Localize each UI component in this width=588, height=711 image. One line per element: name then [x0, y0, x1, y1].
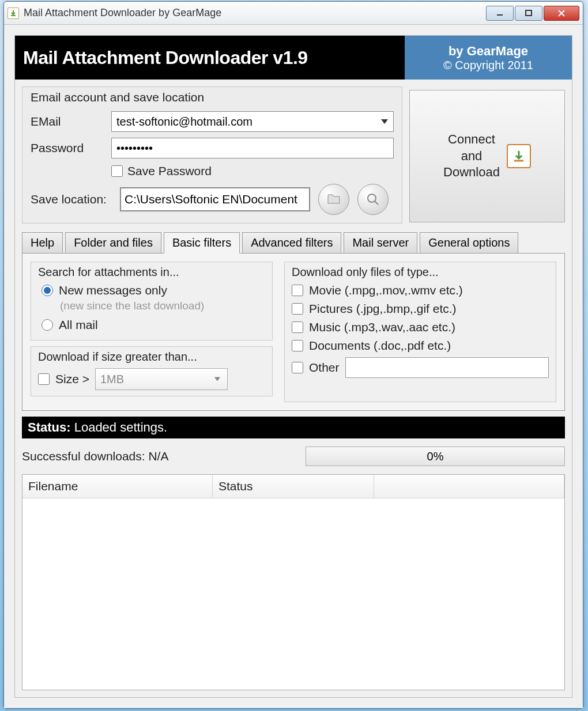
- status-label: Status:: [28, 420, 71, 434]
- radio-new-row: New messages only: [42, 283, 265, 297]
- col-status[interactable]: Status: [213, 475, 374, 498]
- email-input[interactable]: [111, 111, 394, 132]
- search-button[interactable]: [357, 184, 389, 215]
- app-icon: [7, 7, 19, 19]
- type-other-label: Other: [309, 361, 340, 375]
- tab-basic-filters[interactable]: Basic filters: [164, 232, 240, 254]
- window-title: Mail Attachment Downloader by GearMage: [24, 7, 486, 19]
- progress-bar: 0%: [306, 447, 565, 466]
- size-select[interactable]: 1MB: [95, 368, 228, 390]
- close-button[interactable]: [544, 6, 579, 21]
- type-movie-checkbox[interactable]: [292, 285, 303, 296]
- maximize-button[interactable]: [515, 6, 542, 21]
- account-row: Email account and save location EMail Pa…: [15, 80, 572, 224]
- connect-download-button[interactable]: Connect and Download: [409, 90, 565, 222]
- type-docs-row: Documents (.doc,.pdf etc.): [292, 339, 549, 353]
- password-label: Password: [31, 141, 111, 155]
- vendor-name: by GearMage: [448, 44, 528, 59]
- type-movie-label: Movie (.mpg,.mov,.wmv etc.): [309, 283, 463, 297]
- save-password-row: Save Password: [111, 164, 394, 178]
- type-other-row: Other: [292, 357, 549, 378]
- type-pictures-label: Pictures (.jpg,.bmp,.gif etc.): [309, 302, 457, 316]
- downloads-row: Successful downloads: N/A 0%: [22, 447, 565, 466]
- type-docs-label: Documents (.doc,.pdf etc.): [309, 339, 451, 353]
- type-docs-checkbox[interactable]: [292, 340, 303, 351]
- radio-new-messages[interactable]: [42, 285, 53, 296]
- size-filter-group: Download if size greater than... Size > …: [31, 346, 273, 396]
- download-icon: [507, 144, 531, 168]
- email-row: EMail: [31, 111, 394, 132]
- status-text: Loaded settings.: [71, 420, 168, 434]
- app-window: Mail Attachment Downloader by GearMage M…: [3, 1, 583, 709]
- svg-line-5: [375, 201, 378, 205]
- chevron-down-icon: [214, 377, 220, 381]
- table-header: Filename Status: [22, 475, 564, 498]
- col-empty[interactable]: [374, 475, 564, 498]
- header-banner: Mail Attachment Downloader v1.9 by GearM…: [15, 36, 572, 80]
- size-label: Size >: [55, 372, 89, 386]
- type-other-input[interactable]: [345, 357, 549, 378]
- size-filter-title: Download if size greater than...: [38, 350, 265, 364]
- filters-left-column: Search for attachments in... New message…: [31, 262, 273, 402]
- tab-general-options[interactable]: General options: [420, 232, 518, 254]
- email-combo[interactable]: [111, 111, 394, 132]
- tab-advanced-filters[interactable]: Advanced filters: [242, 232, 341, 254]
- copyright: © Copyright 2011: [443, 59, 533, 72]
- window-buttons: [486, 6, 579, 21]
- account-group-title: Email account and save location: [31, 90, 394, 104]
- titlebar: Mail Attachment Downloader by GearMage: [4, 2, 583, 25]
- save-location-input[interactable]: [120, 187, 310, 211]
- tabs: Help Folder and files Basic filters Adva…: [22, 232, 565, 411]
- type-pictures-row: Pictures (.jpg,.bmp,.gif etc.): [292, 302, 549, 316]
- connect-label: Connect and Download: [443, 131, 500, 181]
- account-group: Email account and save location EMail Pa…: [22, 86, 402, 224]
- client-area: Mail Attachment Downloader v1.9 by GearM…: [4, 25, 583, 708]
- type-movie-row: Movie (.mpg,.mov,.wmv etc.): [292, 283, 549, 297]
- type-music-checkbox[interactable]: [292, 322, 303, 333]
- status-bar: Status: Loaded settings.: [22, 417, 565, 438]
- tab-folder-and-files[interactable]: Folder and files: [65, 232, 161, 254]
- search-scope-title: Search for attachments in...: [38, 266, 265, 279]
- radio-all-row: All mail: [42, 318, 265, 332]
- radio-all-mail[interactable]: [42, 319, 53, 331]
- type-music-label: Music (.mp3,.wav,.aac etc.): [309, 320, 455, 334]
- file-type-title: Download only files of type...: [292, 266, 549, 279]
- browse-button[interactable]: [318, 184, 349, 215]
- filters-right-column: Download only files of type... Movie (.m…: [284, 262, 556, 402]
- folder-icon: [326, 192, 341, 207]
- tab-strip: Help Folder and files Basic filters Adva…: [22, 232, 565, 253]
- type-other-checkbox[interactable]: [292, 362, 303, 373]
- email-label: EMail: [31, 115, 111, 128]
- inner-panel: Mail Attachment Downloader v1.9 by GearM…: [14, 35, 572, 698]
- type-pictures-checkbox[interactable]: [292, 303, 303, 315]
- save-password-label: Save Password: [127, 164, 212, 178]
- maximize-icon: [524, 9, 533, 18]
- size-select-value: 1MB: [100, 373, 124, 386]
- size-checkbox[interactable]: [38, 373, 50, 385]
- size-row: Size > 1MB: [38, 368, 265, 390]
- tab-panel-basic-filters: Search for attachments in... New message…: [22, 253, 565, 411]
- search-scope-group: Search for attachments in... New message…: [31, 262, 273, 341]
- col-filename[interactable]: Filename: [22, 475, 213, 498]
- tab-mail-server[interactable]: Mail server: [344, 232, 417, 254]
- password-input[interactable]: [111, 138, 394, 158]
- radio-all-label: All mail: [59, 318, 98, 332]
- type-music-row: Music (.mp3,.wav,.aac etc.): [292, 320, 549, 334]
- file-type-group: Download only files of type... Movie (.m…: [284, 262, 556, 402]
- minimize-button[interactable]: [486, 6, 514, 21]
- svg-point-4: [368, 194, 376, 202]
- save-location-row: Save location:: [31, 184, 394, 215]
- vendor-banner: by GearMage © Copyright 2011: [405, 36, 572, 80]
- downloads-table: Filename Status: [22, 474, 565, 690]
- close-icon: [557, 9, 566, 18]
- minimize-icon: [495, 9, 504, 18]
- chevron-down-icon: [381, 119, 388, 124]
- progress-text: 0%: [427, 450, 444, 463]
- radio-new-hint: (new since the last download): [60, 300, 265, 312]
- tab-help[interactable]: Help: [22, 232, 63, 254]
- downloads-label: Successful downloads: N/A: [22, 449, 306, 463]
- svg-rect-1: [526, 10, 532, 16]
- radio-new-label: New messages only: [59, 283, 167, 297]
- search-icon: [365, 192, 380, 207]
- save-password-checkbox[interactable]: [111, 165, 123, 177]
